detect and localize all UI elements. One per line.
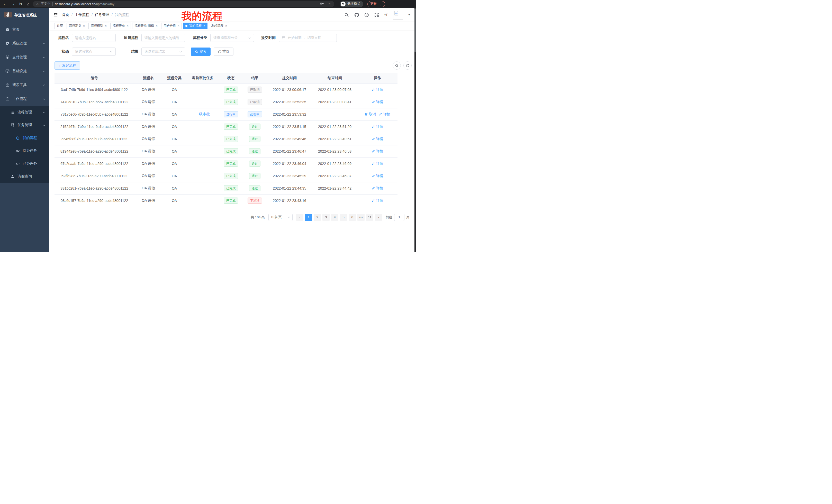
avatar[interactable] xyxy=(393,10,403,20)
browser-home-icon[interactable]: ⌂ xyxy=(25,0,31,8)
browser-reload-icon[interactable]: ↻ xyxy=(18,0,24,8)
category-select[interactable]: 请选择流程分类 xyxy=(210,34,254,42)
page-button-2[interactable]: 2 xyxy=(314,214,321,221)
close-tab-icon[interactable]: × xyxy=(156,24,158,28)
column-header-0: 编号 xyxy=(54,73,134,83)
prev-page-button[interactable]: ‹ xyxy=(296,214,303,221)
close-tab-icon[interactable]: × xyxy=(127,24,129,28)
cell-current-task xyxy=(186,170,219,182)
page-button-11[interactable]: 11 xyxy=(366,214,373,221)
breadcrumb-item-1[interactable]: 工作流程 xyxy=(75,12,89,17)
avatar-caret-icon[interactable]: ▾ xyxy=(408,13,410,17)
page-scrollbar[interactable] xyxy=(414,8,416,252)
close-tab-icon[interactable]: × xyxy=(178,24,179,28)
page-size-select[interactable]: 10条/页 xyxy=(268,214,293,221)
tab-5[interactable]: 用户分组× xyxy=(161,23,182,29)
sidebar-item-process-management[interactable]: 流程管理 xyxy=(0,106,49,119)
detail-link[interactable]: 详情 xyxy=(372,100,383,104)
fullscreen-icon[interactable] xyxy=(374,12,379,17)
close-tab-icon[interactable]: × xyxy=(203,24,205,28)
detail-link[interactable]: 详情 xyxy=(372,149,383,153)
font-size-icon[interactable]: tT xyxy=(384,13,388,17)
sidebar-item-system-management[interactable]: 系统管理 xyxy=(0,36,49,50)
detail-link[interactable]: 详情 xyxy=(372,161,383,166)
more-pages-button[interactable]: ••• xyxy=(357,214,365,221)
breadcrumb-item-2[interactable]: 任务管理 xyxy=(95,12,109,17)
sidebar-item-todo-tasks[interactable]: 待办任务 xyxy=(0,144,49,157)
status-badge: 已完成 xyxy=(224,161,238,167)
tab-3[interactable]: 流程表单× xyxy=(110,23,131,29)
detail-link[interactable]: 详情 xyxy=(372,87,383,92)
sidebar-item-workflow[interactable]: 工作流程 xyxy=(0,92,49,106)
detail-link[interactable]: 详情 xyxy=(372,186,383,191)
bookmark-star-icon[interactable]: ☆ xyxy=(328,2,331,6)
detail-link[interactable]: 详情 xyxy=(372,137,383,141)
sidebar-item-dev-tools[interactable]: 研发工具 xyxy=(0,78,49,92)
chevron-down-icon xyxy=(43,70,45,73)
goto-page: 前往 页 xyxy=(386,214,410,221)
sidebar-item-my-process[interactable]: 我的流程 xyxy=(0,132,49,144)
current-task-link[interactable]: 一级审批 xyxy=(196,112,210,116)
tab-6[interactable]: 我的流程× xyxy=(183,23,207,29)
page-button-4[interactable]: 4 xyxy=(331,214,338,221)
tab-2[interactable]: 流程模型× xyxy=(88,23,109,29)
process-name-input[interactable] xyxy=(72,34,116,42)
detail-link[interactable]: 详情 xyxy=(372,198,383,203)
show-search-button[interactable] xyxy=(393,61,401,69)
sidebar-item-home[interactable]: 首页 xyxy=(0,23,49,36)
cell-id: 7470a810-7b9b-11ec-b5b7-acde48001122 xyxy=(54,96,134,108)
browser-update-button[interactable]: 更新 ⋮ xyxy=(367,1,385,7)
scrollbar-thumb[interactable] xyxy=(414,8,416,52)
close-tab-icon[interactable]: × xyxy=(83,24,85,28)
sidebar-item-infrastructure[interactable]: 基础设施 xyxy=(0,64,49,78)
filter-status: 状态 请选择状态 xyxy=(54,48,116,56)
reset-button[interactable]: 重置 xyxy=(214,48,233,56)
status-select[interactable]: 请选择状态 xyxy=(72,48,116,56)
search-button[interactable]: 搜索 xyxy=(191,48,211,56)
cell-category: OA xyxy=(162,194,186,207)
tab-7[interactable]: 发起流程× xyxy=(209,23,229,29)
breadcrumb-item-0[interactable]: 首页 xyxy=(62,12,69,17)
cell-submit-time: 2022-01-22 23:53:35 xyxy=(267,96,312,108)
sidebar-item-payment-management[interactable]: 支付管理 xyxy=(0,50,49,64)
page-button-3[interactable]: 3 xyxy=(322,214,330,221)
help-icon[interactable] xyxy=(364,12,369,17)
page-button-6[interactable]: 6 xyxy=(349,214,356,221)
next-page-button[interactable]: › xyxy=(375,214,382,221)
detail-link[interactable]: 详情 xyxy=(372,174,383,178)
result-select[interactable]: 请选择流结果 xyxy=(141,48,185,56)
app-logo: 芋道管理系统 xyxy=(0,8,49,23)
key-icon[interactable] xyxy=(319,1,324,7)
goto-page-input[interactable] xyxy=(394,214,405,221)
url-bar[interactable]: ⚠ 不安全 dashboard.yudao.iocoder.cn/bpm/tas… xyxy=(33,1,334,7)
edit-icon xyxy=(372,187,375,190)
sidebar-item-task-management[interactable]: 任务管理 xyxy=(0,119,49,132)
browser-menu-icon[interactable]: ⋮ xyxy=(379,2,382,6)
date-range-picker[interactable]: 开始日期 - 结束日期 xyxy=(279,34,337,42)
tree-icon xyxy=(10,123,15,128)
sidebar-collapse-icon[interactable] xyxy=(53,12,58,17)
top-navbar: 首页/工作流程/任务管理/我的流程 tT ▾ xyxy=(49,8,416,22)
detail-link[interactable]: 详情 xyxy=(372,124,383,129)
page-button-1[interactable]: 1 xyxy=(305,214,312,221)
process-definition-input[interactable] xyxy=(141,34,185,42)
browser-back-icon[interactable]: ← xyxy=(2,0,8,8)
search-icon[interactable] xyxy=(344,12,349,17)
sidebar-item-done-tasks[interactable]: 已办任务 xyxy=(0,157,49,170)
cancel-link[interactable]: 取消 xyxy=(365,112,376,117)
sidebar-item-leave-query[interactable]: 请假查询 xyxy=(0,170,49,183)
tab-1[interactable]: 流程定义× xyxy=(67,23,87,29)
cell-actions: 详情 xyxy=(357,133,397,145)
refresh-table-button[interactable] xyxy=(404,61,412,69)
tab-0[interactable]: 首页 xyxy=(54,23,65,29)
page-button-5[interactable]: 5 xyxy=(340,214,347,221)
close-tab-icon[interactable]: × xyxy=(225,24,227,28)
browser-forward-icon[interactable]: → xyxy=(10,0,16,8)
cell-actions: 详情 xyxy=(357,182,397,194)
detail-link[interactable]: 详情 xyxy=(379,112,390,117)
tab-4[interactable]: 流程表单-编辑× xyxy=(132,23,160,29)
start-date-placeholder: 开始日期 xyxy=(288,35,302,40)
close-tab-icon[interactable]: × xyxy=(105,24,107,28)
github-icon[interactable] xyxy=(354,12,359,17)
create-process-button[interactable]: + 发起流程 xyxy=(54,61,80,69)
